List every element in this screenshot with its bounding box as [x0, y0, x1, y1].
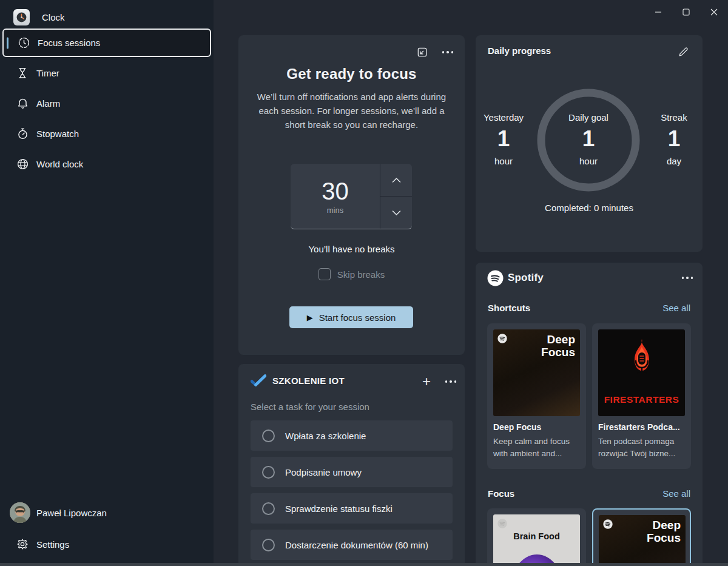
- duration-stepper: 30 mins: [291, 164, 412, 229]
- task-radio[interactable]: [262, 430, 275, 442]
- brain-food-artwork: Brain Food: [493, 514, 580, 566]
- close-button[interactable]: [700, 0, 728, 24]
- app-header: Clock: [0, 5, 214, 29]
- artwork-text: FIRESTARTERS: [598, 394, 685, 405]
- spotify-brand-name: Spotify: [508, 272, 544, 284]
- yesterday-unit: hour: [494, 156, 513, 166]
- todo-tasks-card: SZKOLENIE IOT + Select a task for your s…: [238, 364, 465, 566]
- spotify-header: Spotify: [476, 269, 703, 287]
- focus-card-title: Get ready to focus: [238, 66, 465, 83]
- focus-see-all-link[interactable]: See all: [662, 488, 690, 499]
- task-prompt: Select a task for your session: [251, 402, 369, 412]
- streak-unit: day: [667, 156, 681, 166]
- start-focus-session-button[interactable]: ▶ Start focus session: [289, 306, 413, 328]
- start-button-label: Start focus session: [319, 312, 396, 323]
- daily-goal-value: 1: [582, 127, 595, 151]
- app-title: Clock: [42, 12, 65, 22]
- focus-sessions-icon: [16, 36, 31, 50]
- skip-breaks-control[interactable]: Skip breaks: [238, 268, 465, 280]
- focus-title: Focus: [488, 488, 514, 499]
- task-list-title: SZKOLENIE IOT: [272, 376, 345, 386]
- titlebar: [214, 0, 728, 24]
- microsoft-todo-icon: [251, 374, 266, 389]
- ellipsis-icon: [445, 380, 457, 383]
- stopwatch-icon: [15, 127, 30, 141]
- yesterday-stat: Yesterday 1 hour: [470, 112, 537, 166]
- add-task-icon[interactable]: +: [417, 372, 436, 391]
- sidebar-item-alarm[interactable]: Alarm: [2, 89, 211, 118]
- sidebar-item-world-clock[interactable]: World clock: [2, 150, 211, 178]
- tasks-more-options-icon[interactable]: [442, 372, 460, 391]
- shortcuts-section-header: Shortcuts See all: [488, 303, 690, 313]
- playlist-tile-deep-focus[interactable]: Deep Focus Deep Focus Keep calm and focu…: [487, 323, 586, 469]
- selected-accent-pill: [7, 37, 8, 49]
- task-row[interactable]: Podpisanie umowy: [251, 457, 453, 487]
- task-row[interactable]: Sprawdzenie statusu fiszki: [251, 493, 453, 524]
- artwork-text: Brain Food: [493, 531, 580, 541]
- clock-app-icon: [13, 9, 30, 25]
- completed-status: Completed: 0 minutes: [476, 203, 703, 213]
- spotify-mini-logo-icon: [603, 519, 613, 531]
- artwork-text: Deep Focus: [527, 333, 575, 359]
- stepper-buttons: [380, 164, 412, 229]
- daily-progress-title: Daily progress: [488, 45, 551, 56]
- focus-section-header: Focus See all: [488, 488, 690, 499]
- task-row[interactable]: Wpłata za szkolenie: [251, 420, 453, 451]
- minimize-button[interactable]: [644, 0, 672, 24]
- artwork-text: Deep Focus: [632, 519, 681, 544]
- task-label: Sprawdzenie statusu fiszki: [285, 504, 393, 514]
- more-options-icon[interactable]: [439, 44, 456, 61]
- user-profile-item[interactable]: Paweł Lipowczan: [2, 499, 211, 526]
- window-bottom-edge: [0, 563, 728, 566]
- increase-duration-button[interactable]: [380, 164, 412, 197]
- tasks-card-header: SZKOLENIE IOT +: [238, 372, 465, 391]
- ellipsis-icon: [682, 277, 693, 279]
- user-avatar: [10, 502, 30, 523]
- sidebar-item-label: Timer: [36, 68, 59, 78]
- edit-pencil-icon[interactable]: [675, 43, 692, 60]
- bell-icon: [15, 96, 30, 111]
- gear-icon: [15, 537, 30, 551]
- globe-icon: [15, 157, 30, 172]
- breaks-note: You’ll have no breaks: [238, 244, 465, 254]
- maximize-button[interactable]: [672, 0, 700, 24]
- sidebar: Clock Focus sessions Timer Alarm: [0, 0, 214, 566]
- sidebar-item-label: Focus sessions: [38, 38, 100, 48]
- settings-label: Settings: [36, 539, 69, 550]
- task-radio[interactable]: [262, 466, 275, 479]
- spotify-mini-logo-icon: [497, 519, 507, 531]
- task-radio[interactable]: [262, 539, 275, 551]
- firestarters-artwork: FIRESTARTERS: [598, 329, 685, 416]
- sidebar-item-focus-sessions[interactable]: Focus sessions: [2, 29, 211, 57]
- sidebar-item-settings[interactable]: Settings: [2, 531, 211, 558]
- decrease-duration-button[interactable]: [380, 197, 412, 229]
- task-radio[interactable]: [262, 502, 275, 515]
- duration-unit: mins: [327, 206, 343, 215]
- chevron-up-icon: [392, 177, 401, 183]
- yesterday-label: Yesterday: [484, 112, 524, 123]
- spotify-more-options-icon[interactable]: [678, 269, 696, 287]
- yesterday-value: 1: [497, 127, 510, 151]
- sidebar-item-label: Alarm: [36, 98, 60, 109]
- play-icon: ▶: [307, 313, 313, 322]
- tile-title: Firestarters Podca...: [598, 422, 685, 432]
- sidebar-item-stopwatch[interactable]: Stopwatch: [2, 120, 211, 148]
- skip-breaks-checkbox[interactable]: [318, 268, 331, 280]
- spotify-logo-icon: [487, 270, 504, 289]
- task-row[interactable]: Dostarczenie dokumentów (60 min): [251, 530, 453, 560]
- sidebar-item-timer[interactable]: Timer: [2, 59, 211, 87]
- sidebar-bottom: Paweł Lipowczan Settings: [0, 499, 214, 566]
- shortcuts-see-all-link[interactable]: See all: [662, 303, 690, 313]
- chevron-down-icon: [392, 210, 401, 216]
- sidebar-item-label: Stopwatch: [36, 129, 79, 139]
- duration-value-zone[interactable]: 30 mins: [291, 164, 380, 229]
- daily-goal-unit: hour: [579, 156, 598, 166]
- spotify-card: Spotify Shortcuts See all Deep Focus Dee…: [476, 263, 703, 566]
- skip-breaks-label: Skip breaks: [337, 269, 385, 280]
- playlist-tile-firestarters[interactable]: FIRESTARTERS Firestarters Podca... Ten p…: [592, 323, 691, 469]
- popout-icon[interactable]: [414, 44, 431, 61]
- playlist-tile-deep-focus-selected[interactable]: Deep Focus: [592, 508, 691, 566]
- user-name: Paweł Lipowczan: [36, 508, 107, 518]
- playlist-tile-brain-food[interactable]: Brain Food: [487, 508, 586, 566]
- ellipsis-icon: [442, 51, 454, 53]
